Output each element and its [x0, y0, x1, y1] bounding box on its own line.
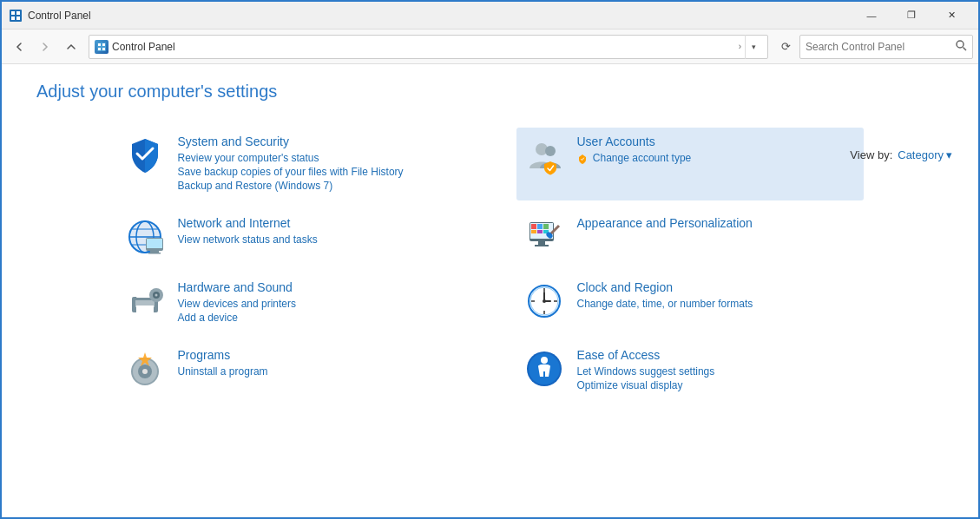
system-security-text: System and Security Review your computer…: [178, 135, 457, 194]
ease-of-access-name[interactable]: Ease of Access: [577, 348, 857, 362]
clock-region-name[interactable]: Clock and Region: [577, 280, 857, 294]
address-separator: ›: [739, 42, 741, 51]
window-controls: — ❐ ✕: [852, 2, 971, 30]
programs-text: Programs Uninstall a program: [178, 348, 457, 379]
search-button[interactable]: [956, 40, 967, 54]
appearance-name[interactable]: Appearance and Personalization: [577, 216, 857, 230]
network-internet-icon: [124, 216, 166, 258]
search-box[interactable]: [799, 35, 973, 59]
svg-rect-28: [543, 224, 549, 229]
svg-rect-27: [537, 224, 543, 229]
category-ease-of-access[interactable]: Ease of Access Let Windows suggest setti…: [516, 341, 864, 400]
content-wrapper: Adjust your computer's settings View by:…: [2, 64, 978, 417]
address-bar[interactable]: Control Panel › ▾: [89, 35, 768, 59]
ease-of-access-text: Ease of Access Let Windows suggest setti…: [577, 348, 857, 393]
system-security-icon: [124, 135, 166, 176]
change-date-time-link[interactable]: Change date, time, or number formats: [577, 298, 857, 310]
window-title: Control Panel: [28, 10, 852, 22]
address-icon: [95, 40, 109, 54]
view-by-label: View by:: [850, 148, 892, 161]
category-programs[interactable]: Programs Uninstall a program: [117, 341, 464, 400]
uninstall-program-link[interactable]: Uninstall a program: [178, 365, 457, 378]
hardware-sound-name[interactable]: Hardware and Sound: [178, 280, 457, 294]
main-content: Adjust your computer's settings View by:…: [2, 64, 978, 417]
view-by-arrow: ▾: [946, 148, 952, 161]
svg-point-42: [155, 294, 157, 297]
svg-rect-21: [147, 239, 162, 248]
programs-name[interactable]: Programs: [178, 348, 457, 362]
categories-grid: System and Security Review your computer…: [117, 128, 864, 400]
svg-rect-29: [531, 230, 536, 233]
address-text: Control Panel: [112, 41, 735, 53]
svg-rect-4: [16, 16, 20, 20]
svg-rect-8: [98, 48, 101, 50]
svg-point-55: [142, 369, 148, 374]
user-accounts-icon: [523, 135, 565, 176]
svg-rect-3: [11, 16, 15, 20]
svg-rect-2: [16, 11, 20, 15]
svg-point-13: [545, 146, 556, 156]
view-devices-link[interactable]: View devices and printers: [178, 298, 457, 310]
hardware-sound-text: Hardware and Sound View devices and prin…: [178, 280, 457, 325]
view-by-value: Category: [898, 148, 944, 161]
user-accounts-text: User Accounts Change account type: [577, 135, 857, 166]
ease-of-access-icon: [523, 348, 565, 390]
clock-region-icon: [523, 280, 565, 322]
svg-rect-32: [538, 241, 545, 245]
add-device-link[interactable]: Add a device: [178, 312, 457, 324]
up-button[interactable]: [59, 35, 83, 59]
review-computer-status-link[interactable]: Review your computer's status: [178, 152, 457, 164]
hardware-sound-icon: [124, 280, 166, 322]
page-title: Adjust your computer's settings: [36, 82, 944, 102]
svg-rect-38: [136, 305, 154, 314]
svg-rect-7: [102, 43, 105, 46]
appearance-text: Appearance and Personalization: [577, 216, 857, 233]
view-by-control: View by: Category ▾: [850, 148, 952, 161]
svg-point-10: [957, 41, 964, 48]
network-status-link[interactable]: View network status and tasks: [178, 233, 457, 246]
svg-rect-33: [535, 245, 549, 246]
close-button[interactable]: ✕: [931, 2, 971, 30]
clock-region-text: Clock and Region Change date, time, or n…: [577, 280, 857, 312]
category-clock-region[interactable]: Clock and Region Change date, time, or n…: [516, 273, 864, 332]
view-by-button[interactable]: Category ▾: [898, 148, 952, 161]
back-button[interactable]: [7, 35, 31, 59]
app-icon: [9, 9, 23, 23]
svg-rect-22: [150, 251, 159, 253]
svg-point-51: [543, 299, 546, 303]
network-internet-text: Network and Internet View network status…: [178, 216, 457, 247]
category-network-internet[interactable]: Network and Internet View network status…: [117, 209, 464, 265]
maximize-button[interactable]: ❐: [891, 2, 931, 30]
minimize-button[interactable]: —: [852, 2, 891, 30]
file-history-link[interactable]: Save backup copies of your files with Fi…: [178, 166, 457, 178]
category-user-accounts[interactable]: User Accounts Change account type: [516, 128, 864, 200]
svg-rect-23: [148, 253, 161, 254]
backup-restore-link[interactable]: Backup and Restore (Windows 7): [178, 180, 457, 192]
network-internet-name[interactable]: Network and Internet: [178, 216, 457, 230]
svg-rect-30: [537, 230, 543, 233]
svg-rect-6: [98, 43, 101, 46]
svg-line-11: [964, 47, 967, 50]
refresh-button[interactable]: ⟳: [773, 35, 798, 59]
programs-icon: [124, 348, 166, 390]
optimize-visual-link[interactable]: Optimize visual display: [577, 379, 857, 391]
user-accounts-name[interactable]: User Accounts: [577, 135, 857, 148]
change-account-type-link[interactable]: Change account type: [577, 152, 857, 164]
svg-point-59: [541, 357, 548, 364]
forward-button[interactable]: [33, 35, 57, 59]
appearance-icon: [523, 216, 565, 258]
windows-suggest-link[interactable]: Let Windows suggest settings: [577, 365, 857, 378]
category-appearance[interactable]: Appearance and Personalization: [516, 209, 864, 265]
search-input[interactable]: [806, 41, 952, 53]
svg-rect-1: [11, 11, 15, 15]
category-hardware-sound[interactable]: Hardware and Sound View devices and prin…: [117, 273, 464, 332]
svg-rect-9: [102, 48, 105, 50]
category-system-security[interactable]: System and Security Review your computer…: [117, 128, 464, 200]
address-dropdown-button[interactable]: ▾: [745, 35, 762, 59]
navigation-bar: Control Panel › ▾ ⟳: [2, 30, 978, 64]
svg-rect-26: [531, 224, 536, 229]
title-bar: Control Panel — ❐ ✕: [2, 2, 978, 30]
system-security-name[interactable]: System and Security: [178, 135, 457, 148]
